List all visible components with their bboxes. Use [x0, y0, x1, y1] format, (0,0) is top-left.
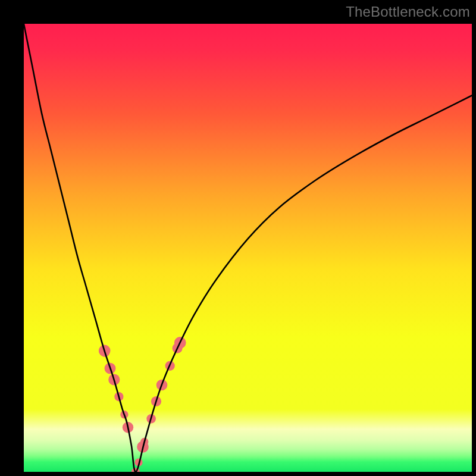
chart-stage: TheBottleneck.com: [0, 0, 476, 476]
watermark-text: TheBottleneck.com: [346, 4, 470, 20]
bottleneck-curve: [24, 24, 472, 472]
curve-layer: [24, 24, 472, 472]
plot-area: [24, 24, 472, 472]
